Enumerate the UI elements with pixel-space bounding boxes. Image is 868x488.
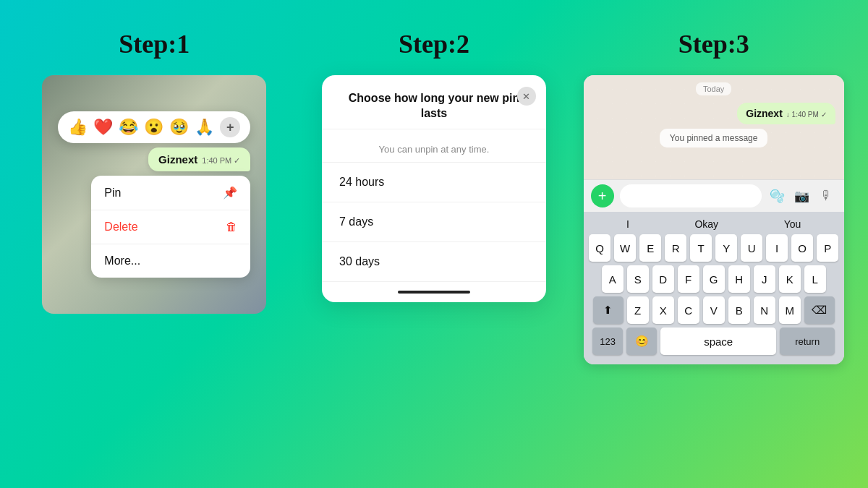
key-d[interactable]: D xyxy=(652,265,674,293)
key-h[interactable]: H xyxy=(728,265,750,293)
emoji-wow[interactable]: 😮 xyxy=(144,118,163,137)
key-p[interactable]: P xyxy=(817,234,838,262)
key-x[interactable]: X xyxy=(652,296,674,324)
pin-notification: You pinned a message xyxy=(660,129,768,147)
key-b[interactable]: B xyxy=(728,296,750,324)
pin-action[interactable]: Pin 📌 xyxy=(91,176,250,210)
key-c[interactable]: C xyxy=(678,296,699,324)
date-badge: Today xyxy=(696,82,731,95)
message-bubble: Giznext 1:40 PM ✓ xyxy=(148,147,250,171)
key-j[interactable]: J xyxy=(754,265,775,293)
keyboard-row-4: 123 😊 space return xyxy=(587,328,841,355)
dialog-header: Choose how long your new pin lasts ✕ xyxy=(322,75,546,129)
chat-area: Today Giznext ↓ 1:40 PM ✓ You pinned a m… xyxy=(584,75,844,179)
duration-30d[interactable]: 30 days xyxy=(322,242,546,282)
trash-icon: 🗑 xyxy=(226,221,237,234)
outgoing-message: Giznext ↓ 1:40 PM ✓ xyxy=(737,103,835,124)
more-emoji-button[interactable]: + xyxy=(220,117,240,137)
key-v[interactable]: V xyxy=(703,296,725,324)
suggestion-i[interactable]: I xyxy=(626,218,629,230)
emoji-keyboard-key[interactable]: 😊 xyxy=(626,328,657,355)
step-2-container: Step:2 Choose how long your new pin last… xyxy=(304,29,564,302)
key-g[interactable]: G xyxy=(703,265,725,293)
input-icon-group: 🫧 📷 🎙 xyxy=(767,186,837,206)
dialog-title: Choose how long your new pin lasts xyxy=(336,91,532,121)
pin-duration-dialog: Choose how long your new pin lasts ✕ You… xyxy=(322,75,546,302)
return-key[interactable]: return xyxy=(780,328,835,355)
context-menu: 👍 ❤️ 😂 😮 🥹 🙏 + Giznext 1:40 PM ✓ Pin 📌 D… xyxy=(58,111,250,278)
key-e[interactable]: E xyxy=(639,234,661,262)
message-input[interactable] xyxy=(620,184,762,207)
keyboard-suggestions: I Okay You xyxy=(587,216,841,234)
step-1-container: Step:1 👍 ❤️ 😂 😮 🥹 🙏 + Giznext 1:40 PM ✓ … xyxy=(24,29,284,314)
key-f[interactable]: F xyxy=(678,265,699,293)
numbers-key[interactable]: 123 xyxy=(592,328,623,355)
emoji-thumbsup[interactable]: 👍 xyxy=(68,118,88,137)
keyboard: I Okay You Q W E R T Y U I O P A S D F xyxy=(584,212,844,364)
emoji-tear[interactable]: 🥹 xyxy=(169,118,189,137)
duration-7d[interactable]: 7 days xyxy=(322,202,546,242)
key-y[interactable]: Y xyxy=(715,234,737,262)
key-m[interactable]: M xyxy=(779,296,801,324)
suggestion-okay[interactable]: Okay xyxy=(694,218,718,230)
more-label: More... xyxy=(104,254,140,267)
step-1-screen: 👍 ❤️ 😂 😮 🥹 🙏 + Giznext 1:40 PM ✓ Pin 📌 D… xyxy=(42,75,266,314)
key-k[interactable]: K xyxy=(779,265,801,293)
add-attachment-button[interactable]: + xyxy=(591,184,614,207)
delete-action[interactable]: Delete 🗑 xyxy=(91,210,250,244)
mic-icon[interactable]: 🎙 xyxy=(817,186,837,206)
key-o[interactable]: O xyxy=(791,234,813,262)
pin-label: Pin xyxy=(104,187,121,200)
key-a[interactable]: A xyxy=(602,265,624,293)
context-actions-menu: Pin 📌 Delete 🗑 More... xyxy=(91,176,250,278)
step-3-title: Step:3 xyxy=(678,29,749,59)
keyboard-row-2: A S D F G H J K L xyxy=(587,265,841,293)
chat-input-area: + 🫧 📷 🎙 xyxy=(584,179,844,212)
step-3-container: Step:3 Today Giznext ↓ 1:40 PM ✓ You pin… xyxy=(584,29,844,364)
step-2-title: Step:2 xyxy=(399,29,469,59)
pin-icon: 📌 xyxy=(223,186,237,200)
outgoing-time: ↓ 1:40 PM ✓ xyxy=(786,111,827,119)
key-r[interactable]: R xyxy=(665,234,686,262)
camera-icon[interactable]: 📷 xyxy=(792,186,812,206)
outgoing-text: Giznext xyxy=(746,108,783,119)
duration-24h[interactable]: 24 hours xyxy=(322,163,546,202)
backspace-key[interactable]: ⌫ xyxy=(804,296,835,324)
space-key[interactable]: space xyxy=(660,328,776,355)
key-u[interactable]: U xyxy=(741,234,762,262)
handle-bar xyxy=(398,291,470,294)
key-w[interactable]: W xyxy=(614,234,636,262)
step-1-title: Step:1 xyxy=(119,29,190,59)
more-action[interactable]: More... xyxy=(91,244,250,278)
key-l[interactable]: L xyxy=(804,265,826,293)
sticker-icon[interactable]: 🫧 xyxy=(767,186,788,206)
suggestion-you[interactable]: You xyxy=(784,218,801,230)
emoji-reaction-bar[interactable]: 👍 ❤️ 😂 😮 🥹 🙏 + xyxy=(58,111,250,143)
delete-label: Delete xyxy=(104,221,137,234)
key-z[interactable]: Z xyxy=(627,296,649,324)
dialog-close-button[interactable]: ✕ xyxy=(517,87,536,106)
shift-key[interactable]: ⬆ xyxy=(593,296,624,324)
key-s[interactable]: S xyxy=(627,265,649,293)
keyboard-row-3: ⬆ Z X C V B N M ⌫ xyxy=(587,296,841,324)
dialog-handle xyxy=(322,282,546,302)
keyboard-row-1: Q W E R T Y U I O P xyxy=(587,234,841,262)
step-3-screen: Today Giznext ↓ 1:40 PM ✓ You pinned a m… xyxy=(584,75,844,364)
key-q[interactable]: Q xyxy=(589,234,610,262)
emoji-heart[interactable]: ❤️ xyxy=(93,118,113,137)
dialog-subtitle: You can unpin at any time. xyxy=(322,137,546,163)
emoji-pray[interactable]: 🙏 xyxy=(195,118,214,137)
key-n[interactable]: N xyxy=(754,296,775,324)
message-time: 1:40 PM ✓ xyxy=(202,156,240,166)
key-i[interactable]: I xyxy=(766,234,788,262)
key-t[interactable]: T xyxy=(690,234,712,262)
emoji-laugh[interactable]: 😂 xyxy=(119,118,138,137)
